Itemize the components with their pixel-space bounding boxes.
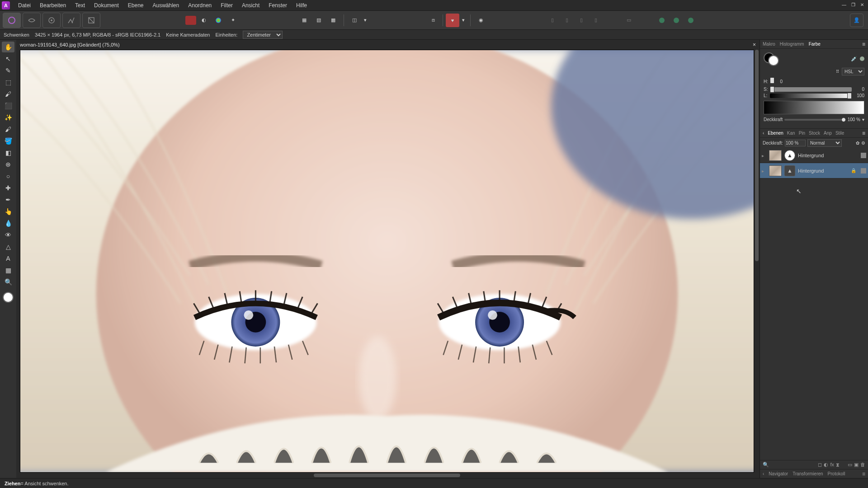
autolevels-icon[interactable]: ◐ (197, 14, 211, 27)
select-all-icon[interactable]: ▦ (297, 14, 311, 27)
account-icon[interactable]: 👤 (850, 14, 863, 27)
menu-bearbeiten[interactable]: Bearbeiten (35, 0, 71, 10)
tab-protokoll[interactable]: Protokoll (828, 471, 845, 476)
mask-layer-icon[interactable]: ◻ (818, 462, 822, 468)
units-select[interactable]: Zentimeter (243, 31, 283, 39)
hand-tool-icon[interactable]: ✋ (2, 42, 14, 52)
assistant-icon[interactable]: ♥ (446, 14, 459, 27)
erase-tool-icon[interactable]: ◧ (2, 147, 14, 158)
blend-mode-select[interactable]: Normal (807, 139, 842, 147)
crop-tool-icon[interactable]: ⬚ (2, 77, 14, 88)
maximize-icon[interactable]: ❐ (849, 1, 857, 8)
fx-layer-icon[interactable]: fx (830, 462, 834, 468)
marquee-tool-icon[interactable]: ⬛ (2, 100, 14, 111)
menu-ebene[interactable]: Ebene (123, 0, 148, 10)
smudge-tool-icon[interactable]: 👆 (2, 206, 14, 217)
layer-name[interactable]: Hintergrund (798, 153, 824, 158)
tab-anpassungen[interactable]: Anp (824, 131, 832, 136)
lock-icon[interactable]: 🔒 (851, 168, 856, 173)
addon-2-icon[interactable] (670, 14, 683, 27)
snapshot-icon[interactable]: ◉ (474, 14, 488, 27)
menu-datei[interactable]: Datei (14, 0, 35, 10)
shape-tool-icon[interactable]: △ (2, 241, 14, 252)
tab-pinsel[interactable]: Pin (799, 131, 805, 136)
saturation-slider[interactable] (770, 87, 852, 92)
color-swatch[interactable] (3, 292, 14, 303)
noise-icon[interactable]: ⠿ (836, 69, 839, 74)
app-icon[interactable]: A (2, 1, 10, 9)
crop-icon[interactable]: ⧈ (426, 14, 440, 27)
close-icon[interactable]: ✕ (858, 1, 866, 8)
fill-tool-icon[interactable]: 🪣 (2, 136, 14, 146)
paint-brush-icon[interactable]: 🖌 (2, 124, 14, 135)
quickmask-icon[interactable]: ◫ (348, 14, 361, 27)
menu-dokument[interactable]: Dokument (90, 0, 123, 10)
document-tab-label[interactable]: woman-1919143_640.jpg [Geändert] (75,0%) (20, 42, 120, 47)
panel-menu-icon[interactable]: ≡ (862, 41, 865, 47)
menu-ansicht[interactable]: Ansicht (237, 0, 264, 10)
align-icon[interactable]: ▭ (620, 14, 638, 27)
layers-menu-icon[interactable]: ≡ (862, 130, 865, 136)
layer-row[interactable]: ▸ ▲ Hintergrund (760, 148, 868, 163)
bottom-collapse-icon[interactable]: ‹ (763, 471, 764, 476)
persona-develop-icon[interactable] (42, 13, 61, 28)
live-filter-icon[interactable]: ⧗ (836, 462, 840, 468)
layer-expand-icon[interactable]: ▸ (762, 169, 766, 173)
tab-stile[interactable]: Stile (835, 131, 844, 136)
clone-tool-icon[interactable]: ⊛ (2, 159, 14, 170)
canvas[interactable] (20, 50, 754, 473)
tab-close-icon[interactable]: × (753, 42, 756, 48)
addon-3-icon[interactable] (684, 14, 698, 27)
group-layer-icon[interactable]: ▣ (854, 462, 859, 468)
bottom-menu-icon[interactable]: ≡ (862, 471, 865, 477)
dodge-tool-icon[interactable]: ○ (2, 171, 14, 182)
horizontal-scrollbar[interactable] (20, 473, 754, 478)
flood-select-icon[interactable]: ✨ (2, 112, 14, 123)
layer-name[interactable]: Hintergrund (798, 168, 824, 174)
tab-farbe[interactable]: Farbe (809, 42, 821, 47)
menu-fenster[interactable]: Fenster (264, 0, 292, 10)
blur-tool-icon[interactable]: 💧 (2, 218, 14, 229)
lightness-slider[interactable] (770, 94, 852, 98)
invert-select-icon[interactable]: ▩ (326, 14, 340, 27)
layer-visibility-checkbox[interactable] (861, 168, 866, 174)
minimize-icon[interactable]: — (840, 1, 848, 8)
layer-thumbnail[interactable] (769, 165, 782, 176)
persona-export-icon[interactable] (82, 13, 100, 28)
move-tool-icon[interactable]: ↖ (2, 53, 14, 64)
tab-histogramm[interactable]: Histogramm (780, 42, 804, 47)
menu-text[interactable]: Text (71, 0, 90, 10)
layer-fx-icon[interactable]: ✿ (856, 141, 859, 145)
layer-settings-icon[interactable]: ⚙ (861, 141, 865, 145)
deselect-icon[interactable]: ▧ (312, 14, 326, 27)
layer-mask-icon[interactable]: ▲ (784, 150, 795, 161)
menu-filter[interactable]: Filter (216, 0, 237, 10)
eyedropper-icon[interactable]: 💉 (851, 56, 857, 62)
layer-expand-icon[interactable]: ▸ (762, 153, 766, 158)
autowb-icon[interactable]: ✦ (226, 14, 240, 27)
addon-1-icon[interactable] (655, 14, 669, 27)
menu-anordnen[interactable]: Anordnen (184, 0, 216, 10)
layer-thumbnail[interactable] (769, 150, 782, 161)
persona-tone-icon[interactable] (62, 13, 80, 28)
layer-search-icon[interactable]: 🔍 (763, 462, 769, 468)
tab-kanaele[interactable]: Kan (787, 131, 795, 136)
opacity-dropdown-icon[interactable]: ▾ (862, 117, 864, 122)
colorpicker-tool-icon[interactable]: ✎ (2, 65, 14, 76)
quickmask-dropdown-icon[interactable]: ▾ (362, 14, 368, 27)
layer-opacity-input[interactable] (785, 140, 806, 146)
mesh-tool-icon[interactable]: ▦ (2, 265, 14, 276)
pen-tool-icon[interactable]: ✒ (2, 194, 14, 205)
tab-stock[interactable]: Stock (809, 131, 820, 136)
color-mode-select[interactable]: HSL (842, 68, 864, 75)
selection-brush-icon[interactable]: 🖌 (2, 89, 14, 99)
menu-hilfe[interactable]: Hilfe (292, 0, 311, 10)
redeye-tool-icon[interactable]: 👁 (2, 230, 14, 240)
menu-auswaehlen[interactable]: Auswählen (148, 0, 184, 10)
persona-photo-icon[interactable] (3, 13, 21, 28)
foreground-color[interactable] (768, 55, 779, 66)
assistant-dropdown-icon[interactable]: ▾ (460, 14, 467, 27)
inpainting-tool-icon[interactable]: ✚ (2, 183, 14, 193)
delete-layer-icon[interactable]: 🗑 (860, 462, 865, 468)
tab-ebenen[interactable]: Ebenen (768, 131, 783, 136)
